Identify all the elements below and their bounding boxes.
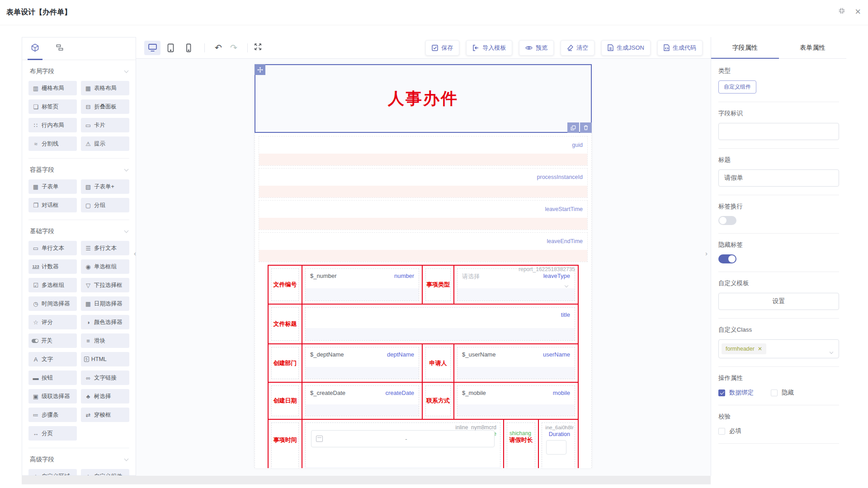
form-header-component[interactable]: 人事办件 <box>255 64 592 133</box>
form-field-input[interactable]: $_mobilemobile <box>457 385 575 416</box>
field-item[interactable]: 123计数器 <box>28 259 77 274</box>
close-icon[interactable]: × <box>855 7 861 16</box>
field-item[interactable]: ◆自定义组件 <box>81 469 129 476</box>
custom-class-select[interactable]: formheader ✕ <box>718 339 839 358</box>
duration-input[interactable] <box>546 440 566 455</box>
field-id-input[interactable] <box>718 123 839 140</box>
form-field-input[interactable]: $_deptNamedeptName <box>305 347 419 379</box>
redo-icon[interactable]: ↷ <box>230 43 237 52</box>
field-item[interactable]: ∞文字链接 <box>81 371 129 385</box>
field-item[interactable]: ∷行内布局 <box>28 118 77 132</box>
tab-field-properties[interactable]: 字段属性 <box>711 37 779 58</box>
field-item[interactable]: 开关 <box>28 333 77 348</box>
field-item[interactable]: ◉单选框组 <box>81 259 129 274</box>
field-item[interactable]: ❏标签页 <box>28 99 77 114</box>
compress-icon[interactable] <box>838 7 846 17</box>
field-item[interactable]: ◑颜色选择器 <box>81 315 129 329</box>
field-bind-tag: mobile <box>553 389 570 396</box>
drag-handle-icon[interactable] <box>255 64 265 75</box>
form-field-label[interactable]: 文件编号 <box>271 268 299 301</box>
preview-icon <box>525 45 533 51</box>
form-field-label[interactable]: 创建日期 <box>271 385 299 416</box>
data-binding-checkbox[interactable]: 数据绑定 <box>718 389 754 397</box>
hidden-field-row[interactable]: processInstanceId <box>259 168 588 198</box>
field-item[interactable]: ⊟折叠面板 <box>81 99 129 114</box>
form-field-input[interactable]: $_userNameuserName <box>457 347 575 379</box>
form-field-label[interactable]: 事项时间 <box>271 422 299 468</box>
copy-icon[interactable] <box>567 122 579 133</box>
hidden-field-row[interactable]: leaveEndTime <box>259 232 588 262</box>
delete-icon[interactable] <box>580 122 592 133</box>
field-item[interactable]: ⇄穿梭框 <box>81 408 129 422</box>
form-field-label[interactable]: 联系方式 <box>425 385 451 416</box>
hidden-field-row[interactable]: leaveStartTime <box>259 200 588 230</box>
section-header[interactable]: 布局字段 <box>30 67 128 75</box>
field-item[interactable]: A文字 <box>28 352 77 366</box>
form-field-select[interactable]: 请选择leaveType <box>457 268 575 301</box>
field-item[interactable]: ▬按钮 <box>28 371 77 385</box>
field-item[interactable]: ☆评分 <box>28 315 77 329</box>
field-item[interactable]: ▭卡片 <box>81 118 129 132</box>
date-range-input[interactable]: - <box>311 430 495 447</box>
tab-outline[interactable] <box>55 38 64 60</box>
field-item[interactable]: ▧子表单+ <box>81 179 129 194</box>
form-field-label[interactable]: shichang 请假时长 <box>507 422 535 468</box>
device-tablet-button[interactable] <box>162 41 179 55</box>
field-item[interactable]: ▦子表单 <box>28 179 77 194</box>
form-field-input[interactable]: $_createDatecreateDate <box>305 385 419 416</box>
hidden-field-row[interactable]: guid <box>259 136 588 166</box>
save-button[interactable]: 保存 <box>425 40 459 56</box>
generate-code-button[interactable]: 生成代码 <box>657 40 703 56</box>
field-item[interactable]: ≈分割线 <box>28 136 77 151</box>
undo-icon[interactable]: ↶ <box>215 43 222 52</box>
section-header[interactable]: 容器字段 <box>30 166 128 174</box>
field-item[interactable]: ▦日期选择器 <box>81 296 129 311</box>
hide-label-toggle[interactable] <box>718 254 736 263</box>
field-item[interactable]: ↔分页 <box>28 426 77 441</box>
field-item[interactable]: ⚠提示 <box>81 136 129 151</box>
label-wrap-toggle[interactable] <box>718 216 736 225</box>
field-item[interactable]: ◷时间选择器 <box>28 296 77 311</box>
device-mobile-button[interactable] <box>180 41 197 55</box>
clear-button[interactable]: 清空 <box>561 40 594 56</box>
field-item[interactable]: ▣级联选择器 <box>28 389 77 404</box>
tab-components[interactable] <box>30 38 40 60</box>
field-item[interactable]: 5HTML <box>81 352 129 366</box>
field-item[interactable]: ☑多选框组 <box>28 278 77 292</box>
duration-field[interactable]: ine_6ai0h8lr Duration <box>542 422 575 468</box>
date-range-field[interactable]: inline_nym8mcrd leavedate - <box>305 422 500 468</box>
field-item[interactable]: ▥栅格布局 <box>28 81 77 95</box>
tab-form-properties[interactable]: 表单属性 <box>779 37 847 58</box>
title-input[interactable] <box>718 169 839 187</box>
field-item[interactable]: ▭单行文本 <box>28 241 77 255</box>
device-desktop-button[interactable] <box>144 41 160 55</box>
preview-button[interactable]: 预览 <box>519 40 554 56</box>
field-item[interactable]: ≔步骤条 <box>28 408 77 422</box>
field-item[interactable]: ♣树选择 <box>81 389 129 404</box>
form-field-label[interactable]: 文件标题 <box>271 307 299 341</box>
field-item[interactable]: ≡滑块 <box>81 333 129 348</box>
custom-template-settings-button[interactable]: 设置 <box>718 293 839 310</box>
section-header[interactable]: 基础字段 <box>30 227 128 235</box>
form-field-input[interactable]: title <box>305 307 575 341</box>
section-header[interactable]: 高级字段 <box>30 455 128 464</box>
field-item[interactable]: ❐对话框 <box>28 198 77 212</box>
form-field-label[interactable]: 事项类型 <box>425 268 451 301</box>
collapse-props-handle[interactable]: › <box>705 249 708 257</box>
form-field-input[interactable]: $_numbernumber <box>305 268 419 301</box>
generate-json-button[interactable]: 生成JSON <box>601 40 651 56</box>
horizontal-scrollbar[interactable] <box>22 476 711 484</box>
import-template-button[interactable]: 导入模板 <box>466 40 512 56</box>
remove-tag-icon[interactable]: ✕ <box>758 346 762 352</box>
collapse-sidebar-handle[interactable]: ‹ <box>134 249 136 257</box>
fullscreen-icon[interactable] <box>254 42 262 53</box>
hidden-checkbox[interactable]: 隐藏 <box>771 389 794 397</box>
field-item[interactable]: ▽下拉选择框 <box>81 278 129 292</box>
field-item[interactable]: ☰多行文本 <box>81 241 129 255</box>
field-item[interactable]: ◇自定义区域 <box>28 469 77 476</box>
form-field-label[interactable]: 创建部门 <box>271 347 299 379</box>
required-checkbox[interactable]: 必填 <box>718 427 741 435</box>
field-item[interactable]: ▦表格布局 <box>81 81 129 95</box>
form-field-label[interactable]: 申请人 <box>425 347 451 379</box>
field-item[interactable]: ▢分组 <box>81 198 129 212</box>
